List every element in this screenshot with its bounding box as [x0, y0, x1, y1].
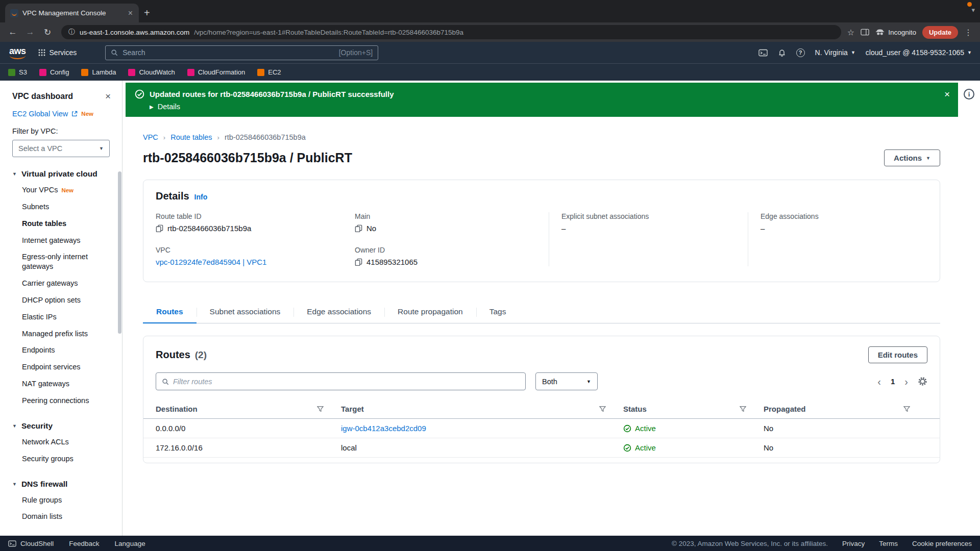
sidebar-item-nat-gateways[interactable]: NAT gateways — [12, 375, 110, 392]
actions-button[interactable]: Actions ▼ — [884, 149, 940, 166]
propagated-cell: No — [764, 438, 927, 457]
incognito-chip[interactable]: Incognito — [875, 29, 916, 36]
sidebar-item-subnets[interactable]: Subnets — [12, 198, 110, 215]
copy-icon[interactable] — [355, 224, 362, 232]
sidebar-title[interactable]: VPC dashboard — [12, 92, 73, 101]
details-title: Details — [156, 190, 189, 202]
sidebar-section-dns-firewall[interactable]: ▼ DNS firewall — [12, 480, 110, 489]
footer-language-link[interactable]: Language — [115, 540, 145, 547]
copy-icon[interactable] — [355, 258, 362, 266]
column-header-propagated[interactable]: Propagated — [764, 399, 927, 418]
favorite-cloudformation[interactable]: CloudFormation — [187, 68, 246, 76]
sidebar-item-carrier-gateways[interactable]: Carrier gateways — [12, 275, 110, 292]
browser-tab[interactable]: VPC Management Console × — [5, 4, 139, 22]
sidebar-close-icon[interactable]: × — [105, 91, 111, 102]
routes-filter-input[interactable] — [173, 378, 520, 386]
sidebar-item-endpoint-services[interactable]: Endpoint services — [12, 359, 110, 375]
info-panel-toggle-icon[interactable]: i — [964, 89, 974, 99]
sidebar-item-route-tables[interactable]: Route tables — [12, 215, 110, 232]
vpc-link[interactable]: vpc-012924fe7ed845904 | VPC1 — [156, 258, 266, 266]
sidebar-section-virtual-private-cloud[interactable]: ▼ Virtual private cloud — [12, 169, 110, 179]
tab-search-chevron-icon[interactable]: ▾ — [971, 6, 975, 14]
footer-privacy-link[interactable]: Privacy — [842, 540, 865, 547]
sidebar-item-internet-gateways[interactable]: Internet gateways — [12, 232, 110, 249]
sidebar-item-peering-connections[interactable]: Peering connections — [12, 392, 110, 409]
chrome-update-button[interactable]: Update — [922, 26, 958, 39]
sidebar-item-dhcp-option-sets[interactable]: DHCP option sets — [12, 292, 110, 309]
browser-menu-icon[interactable]: ⋮ — [964, 28, 973, 37]
copy-icon[interactable] — [156, 224, 163, 232]
side-panel-icon[interactable] — [861, 29, 869, 36]
tab-edge-associations[interactable]: Edge associations — [293, 302, 384, 323]
sidebar-section-security[interactable]: ▼ Security — [12, 421, 110, 431]
column-header-target[interactable]: Target — [341, 399, 623, 418]
forward-button[interactable]: → — [22, 27, 38, 37]
tab-close-icon[interactable]: × — [127, 9, 134, 18]
footer-terms-link[interactable]: Terms — [879, 540, 898, 547]
favorite-s3[interactable]: S3 — [8, 68, 27, 76]
vpc-filter-select[interactable]: Select a VPC ▼ — [12, 140, 110, 157]
tab-routes[interactable]: Routes — [143, 302, 197, 323]
sidebar-item-domain-lists[interactable]: Domain lists — [12, 508, 110, 525]
details-info-link[interactable]: Info — [194, 193, 208, 201]
services-menu-button[interactable]: Services — [36, 46, 79, 59]
tab-tags[interactable]: Tags — [476, 302, 520, 323]
sidebar-item-ec2-global-view[interactable]: EC2 Global View New — [12, 110, 110, 118]
aws-logo[interactable]: aws — [8, 46, 28, 60]
column-header-status[interactable]: Status — [623, 399, 764, 418]
incognito-label: Incognito — [888, 29, 916, 36]
sidebar-item-security-groups[interactable]: Security groups — [12, 450, 110, 467]
account-menu[interactable]: cloud_user @ 4158-9532-1065 ▼ — [866, 48, 972, 57]
back-button[interactable]: ← — [5, 27, 20, 37]
favorite-lambda[interactable]: Lambda — [81, 68, 116, 76]
breadcrumb-route-tables[interactable]: Route tables — [170, 133, 212, 141]
new-tab-button[interactable]: + — [144, 7, 150, 19]
sidebar-item-rule-groups[interactable]: Rule groups — [12, 492, 110, 509]
column-header-destination[interactable]: Destination — [156, 399, 341, 418]
footer-cloudshell-button[interactable]: CloudShell — [8, 540, 54, 547]
filter-funnel-icon[interactable] — [903, 406, 910, 412]
filter-funnel-icon[interactable] — [599, 406, 606, 412]
table-settings-gear-icon[interactable] — [918, 377, 927, 386]
edit-routes-button[interactable]: Edit routes — [868, 346, 927, 363]
favorite-cloudwatch[interactable]: CloudWatch — [128, 68, 175, 76]
tab-subnet-associations[interactable]: Subnet associations — [197, 302, 294, 323]
cloudshell-icon[interactable] — [758, 49, 768, 57]
flash-close-icon[interactable]: × — [944, 89, 950, 100]
sidebar-item-egress-only-internet-gateways[interactable]: Egress-only internet gateways — [12, 248, 110, 275]
refresh-button[interactable]: ↻ — [40, 27, 55, 38]
filter-funnel-icon[interactable] — [317, 406, 324, 412]
region-selector[interactable]: N. Virginia ▼ — [815, 48, 855, 57]
site-info-icon[interactable]: ⓘ — [68, 28, 75, 37]
lambda-service-icon — [81, 69, 88, 76]
edge-associations-value: – — [761, 224, 765, 233]
bookmark-star-icon[interactable]: ☆ — [847, 28, 854, 37]
recording-indicator-dot — [967, 2, 972, 7]
notifications-bell-icon[interactable] — [778, 48, 786, 57]
flash-details-toggle[interactable]: ▶ Details — [150, 103, 949, 111]
filter-funnel-icon[interactable] — [740, 406, 746, 412]
next-page-icon[interactable]: › — [904, 377, 908, 387]
cloudwatch-service-icon — [128, 69, 135, 76]
sidebar-item-network-acls[interactable]: Network ACLs — [12, 434, 110, 450]
previous-page-icon[interactable]: ‹ — [877, 377, 881, 387]
help-icon[interactable]: ? — [796, 48, 805, 57]
sidebar-item-endpoints[interactable]: Endpoints — [12, 342, 110, 359]
address-bar[interactable]: ⓘ us-east-1.console.aws.amazon.com/vpc/h… — [61, 25, 841, 39]
footer-cookie-preferences-link[interactable]: Cookie preferences — [912, 540, 972, 547]
favorite-ec2[interactable]: EC2 — [257, 68, 281, 76]
footer-feedback-link[interactable]: Feedback — [69, 540, 99, 547]
sidebar-item-managed-prefix-lists[interactable]: Managed prefix lists — [12, 325, 110, 342]
breadcrumb-vpc[interactable]: VPC — [143, 133, 158, 141]
console-search-input[interactable]: Search [Option+S] — [105, 45, 378, 60]
favorite-config[interactable]: Config — [39, 68, 69, 76]
tab-route-propagation[interactable]: Route propagation — [384, 302, 476, 323]
igw-target-link[interactable]: igw-0cb412a3cebd2cd09 — [341, 424, 426, 433]
vpc-console-favicon — [10, 9, 18, 17]
routes-filter-mode-select[interactable]: Both ▼ — [535, 372, 598, 390]
current-page-number[interactable]: 1 — [891, 377, 895, 386]
ec2-service-icon — [257, 69, 264, 76]
sidebar-scrollbar[interactable] — [118, 171, 121, 334]
sidebar-item-elastic-ips[interactable]: Elastic IPs — [12, 309, 110, 325]
sidebar-item-your-vpcs[interactable]: Your VPCsNew — [12, 182, 110, 198]
